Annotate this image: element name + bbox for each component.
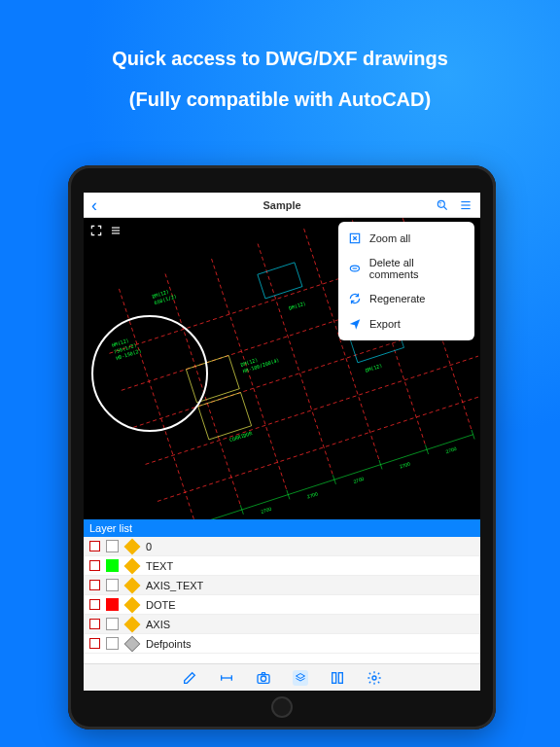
svg-text:2700: 2700 — [353, 476, 366, 484]
svg-line-10 — [158, 393, 480, 501]
marketing-line-2: (Fully compatible with AutoCAD) — [0, 86, 560, 113]
layer-color-swatch — [106, 540, 119, 552]
svg-line-13 — [212, 259, 287, 490]
svg-text:2700: 2700 — [306, 490, 319, 499]
layer-color-swatch — [106, 618, 119, 630]
svg-text:DM(12): DM(12) — [288, 300, 306, 310]
svg-point-56 — [261, 676, 265, 681]
svg-text:T: T — [439, 201, 442, 206]
layer-visibility-icon[interactable] — [124, 596, 141, 613]
layer-list-header: Layer list — [84, 519, 480, 537]
layer-color-swatch — [106, 579, 119, 591]
layer-row[interactable]: 0 — [84, 537, 480, 556]
layer-color-swatch — [106, 559, 119, 572]
menu-zoom-all[interactable]: Zoom all — [338, 226, 474, 251]
svg-text:2700: 2700 — [260, 506, 272, 515]
list-icon[interactable] — [109, 224, 122, 237]
document-title: Sample — [84, 199, 480, 211]
columns-icon[interactable] — [330, 670, 345, 686]
marketing-line-1: Quick access to DWG/DXF drawings — [0, 45, 560, 72]
menu-delete-comments[interactable]: Delete all comments — [338, 251, 474, 286]
layer-row[interactable]: DOTE — [84, 595, 480, 615]
layer-row[interactable]: AXIS — [84, 615, 480, 634]
svg-rect-58 — [338, 672, 342, 683]
menu-export[interactable]: Export — [338, 311, 474, 337]
layer-visibility-icon[interactable] — [124, 538, 141, 554]
svg-line-34 — [240, 505, 243, 515]
svg-text:2700: 2700 — [399, 460, 411, 469]
layer-name: Defpoints — [146, 638, 191, 650]
menu-item-label: Delete all comments — [369, 257, 465, 280]
edit-icon[interactable] — [182, 670, 197, 686]
layer-checkbox[interactable] — [89, 638, 100, 649]
layer-visibility-icon[interactable] — [124, 616, 141, 632]
marketing-copy: Quick access to DWG/DXF drawings (Fully … — [0, 45, 560, 113]
svg-line-38 — [425, 445, 428, 454]
context-menu: Zoom all Delete all comments Regenerate — [338, 222, 474, 340]
layer-row[interactable]: Defpoints — [84, 634, 480, 654]
menu-regenerate[interactable]: Regenerate — [338, 286, 474, 311]
tablet-frame: ‹ Sample T — [68, 165, 496, 729]
chevron-left-icon: ‹ — [91, 200, 97, 210]
svg-line-39 — [472, 430, 474, 440]
layer-color-swatch — [106, 637, 119, 650]
layer-row[interactable]: AXIS_TEXT — [84, 576, 480, 595]
fullscreen-icon[interactable] — [89, 224, 103, 237]
svg-line-1 — [444, 206, 447, 209]
zoom-all-icon — [348, 231, 362, 245]
svg-line-37 — [379, 460, 382, 470]
layer-name: 0 — [146, 541, 152, 552]
back-button[interactable]: ‹ — [91, 200, 97, 210]
layer-visibility-icon[interactable] — [124, 557, 141, 574]
layer-checkbox[interactable] — [89, 560, 100, 571]
delete-comments-icon — [348, 262, 362, 275]
svg-line-36 — [332, 475, 335, 484]
export-icon — [348, 317, 362, 331]
bottom-toolbar — [84, 663, 480, 691]
svg-text:2700: 2700 — [445, 445, 458, 454]
camera-icon[interactable] — [256, 670, 271, 686]
layer-checkbox[interactable] — [89, 580, 100, 590]
layer-checkbox[interactable] — [89, 619, 100, 629]
measure-icon[interactable] — [219, 670, 234, 686]
app-screen: ‹ Sample T — [84, 193, 480, 691]
layer-name: DOTE — [146, 599, 176, 611]
menu-icon[interactable] — [459, 198, 472, 212]
layer-list: 0 TEXT AXIS_TEXT — [84, 537, 480, 663]
svg-point-59 — [372, 676, 376, 680]
drawing-canvas[interactable]: HM(12) 750(1/2) HB-150(2) DM(12) 650(1/2… — [84, 218, 480, 519]
magnifier-lens — [91, 315, 208, 432]
layer-checkbox[interactable] — [89, 541, 100, 551]
layer-row[interactable]: TEXT — [84, 556, 480, 576]
layer-visibility-icon[interactable] — [124, 635, 141, 652]
layer-name: AXIS — [146, 619, 170, 630]
layer-checkbox[interactable] — [89, 599, 100, 610]
menu-item-label: Zoom all — [369, 232, 410, 244]
layer-visibility-icon[interactable] — [124, 577, 141, 593]
svg-rect-57 — [332, 672, 336, 683]
home-button[interactable] — [271, 696, 293, 718]
svg-text:DM(12): DM(12) — [365, 362, 383, 373]
menu-item-label: Regenerate — [369, 293, 426, 304]
gear-icon[interactable] — [367, 670, 382, 686]
svg-line-35 — [287, 490, 290, 500]
layer-name: AXIS_TEXT — [146, 580, 203, 591]
layer-name: TEXT — [146, 560, 173, 572]
topbar: ‹ Sample T — [84, 193, 480, 218]
svg-rect-28 — [258, 263, 302, 299]
layers-icon[interactable] — [293, 670, 308, 686]
svg-line-32 — [195, 435, 472, 519]
refresh-icon — [348, 292, 362, 305]
layer-color-swatch — [106, 598, 119, 611]
menu-item-label: Export — [369, 318, 401, 330]
text-search-icon[interactable]: T — [436, 198, 449, 212]
